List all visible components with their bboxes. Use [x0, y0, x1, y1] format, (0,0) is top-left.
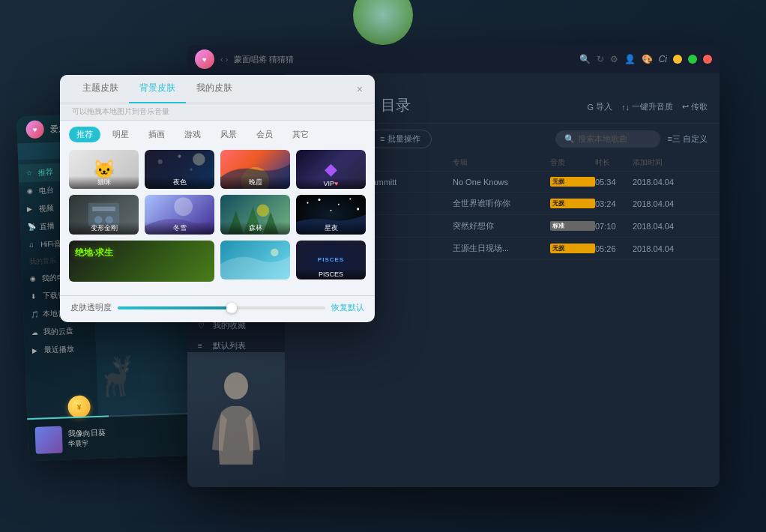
transfer-btn[interactable]: ↩ 传歌 — [682, 101, 708, 112]
skin-item-vip[interactable]: ◆ VIP♥ — [296, 150, 366, 189]
skin-night-label: 夜色 — [145, 176, 214, 189]
skin-tab-theme[interactable]: 主题皮肤 — [72, 75, 129, 103]
quality-badge: 无损 — [550, 244, 595, 253]
skin-item-starnight[interactable]: 星夜 — [296, 195, 366, 234]
front-title-icons: 🔍 ↻ ⚙ 👤 🎨 Ci — [579, 54, 712, 64]
tab-directory[interactable]: 目录 — [381, 95, 423, 118]
search-icon[interactable]: 🔍 — [579, 54, 591, 64]
batch-btn[interactable]: ≡ 批量操作 — [369, 130, 431, 148]
maximize-btn[interactable] — [688, 55, 697, 64]
skin-pisces-label: PISCES — [296, 269, 366, 279]
import-icon: G — [587, 103, 594, 112]
back-sidebar-cloud[interactable]: ☁我的云盘 — [24, 321, 96, 342]
user-icon[interactable]: 👤 — [624, 54, 636, 64]
skin-item-night[interactable]: 夜色 — [145, 150, 214, 189]
import-btn[interactable]: G 导入 — [587, 101, 612, 112]
svg-point-11 — [257, 205, 270, 217]
skin-winter-label: 冬雪 — [145, 222, 214, 235]
skin-item-cat[interactable]: 🐱 猫咪 — [69, 150, 139, 189]
svg-point-1 — [193, 153, 205, 166]
filter-vip[interactable]: 会员 — [249, 127, 280, 142]
skin-header: 主题皮肤 背景皮肤 我的皮肤 × — [60, 75, 375, 103]
skin-grid: 🐱 猫咪 夜色 晚霞 — [60, 145, 375, 295]
skin-tab-background[interactable]: 背景皮肤 — [129, 75, 186, 103]
artist-image — [187, 352, 285, 487]
skin-cat-label: 猫咪 — [69, 176, 139, 189]
skin-tab-mine[interactable]: 我的皮肤 — [186, 75, 243, 103]
back-player-thumb — [35, 426, 63, 453]
search-box[interactable]: 🔍 搜索本地歌曲 — [555, 130, 660, 148]
filter-recommend[interactable]: 推荐 — [69, 127, 100, 142]
svg-point-0 — [224, 372, 248, 399]
background-blob — [353, 0, 413, 45]
opacity-thumb[interactable] — [226, 303, 237, 313]
filter-other[interactable]: 其它 — [285, 127, 316, 142]
skin-item-forest[interactable]: 森林 — [220, 195, 290, 234]
svg-point-12 — [307, 202, 308, 204]
skin-nature-img — [220, 241, 290, 279]
back-sidebar-recent[interactable]: ▶最近播放 — [25, 339, 97, 360]
sidebar-artist-area — [187, 352, 285, 487]
minimize-btn[interactable] — [673, 55, 682, 64]
svg-point-13 — [318, 199, 320, 201]
back-player-info: 我像向日葵 华晨宇 — [68, 425, 193, 450]
filter-scenery[interactable]: 风景 — [213, 127, 244, 142]
svg-point-15 — [349, 199, 351, 200]
filter-star[interactable]: 明星 — [105, 127, 136, 142]
upgrade-quality-btn[interactable]: ↑↓ 一键升音质 — [621, 101, 673, 112]
skin-dusk-label: 晚霞 — [220, 176, 290, 189]
transfer-icon: ↩ — [682, 102, 689, 112]
refresh-icon[interactable]: ↻ — [597, 54, 604, 64]
svg-point-18 — [271, 248, 278, 256]
skin-item-mech[interactable]: 变形金刚 — [69, 195, 139, 234]
quality-badge: 标准 — [550, 221, 595, 231]
svg-point-3 — [178, 155, 181, 158]
skin-opacity-row: 皮肤透明度 恢复默认 — [60, 295, 375, 318]
settings-icon[interactable]: ⚙ — [610, 54, 618, 64]
opacity-slider[interactable] — [118, 306, 325, 309]
svg-point-10 — [174, 198, 193, 217]
filter-illustration[interactable]: 插画 — [141, 127, 172, 142]
back-arrow[interactable]: ‹ — [220, 55, 223, 64]
quality-badge: 无损 — [550, 177, 595, 187]
skin-filter-row: 推荐 明星 插画 游戏 风景 会员 其它 — [60, 121, 375, 145]
search-icon: 🔍 — [564, 134, 575, 144]
opacity-fill — [118, 306, 232, 309]
svg-point-16 — [357, 208, 359, 211]
front-nav-arrows: ‹ › — [220, 55, 228, 64]
svg-rect-7 — [92, 207, 115, 211]
skin-icon[interactable]: 🎨 — [642, 54, 653, 64]
front-titlebar: ♥ ‹ › 蒙面唱将 猜猜猜 🔍 ↻ ⚙ 👤 🎨 Ci — [187, 45, 720, 73]
front-avatar: ♥ — [195, 49, 214, 69]
svg-point-14 — [338, 204, 340, 205]
skin-vip-label: VIP♥ — [296, 178, 366, 189]
filter-game[interactable]: 游戏 — [177, 127, 208, 142]
deer-decoration: 🦌 — [92, 354, 140, 399]
skin-item-dusk[interactable]: 晚霞 — [220, 150, 290, 189]
svg-point-2 — [158, 160, 163, 164]
close-btn[interactable] — [703, 55, 712, 64]
upgrade-icon: ↑↓ — [621, 103, 630, 112]
back-avatar: ♥ — [25, 120, 44, 139]
skin-close-btn[interactable]: × — [357, 83, 363, 95]
skin-hint: 可以拖拽本地图片到音乐音量 — [60, 103, 375, 121]
custom-btn[interactable]: ≡三 自定义 — [668, 133, 708, 145]
svg-point-17 — [330, 210, 331, 211]
front-breadcrumb: 蒙面唱将 猜猜猜 — [234, 54, 573, 65]
skin-starnight-label: 星夜 — [296, 222, 366, 235]
quality-badge: 无损 — [550, 199, 595, 208]
skin-rebirth-img: 绝地·求生 — [69, 241, 214, 282]
ci-label: Ci — [659, 54, 667, 64]
skin-overlay: 主题皮肤 背景皮肤 我的皮肤 × 可以拖拽本地图片到音乐音量 推荐 明星 插画 … — [60, 75, 375, 322]
reset-btn[interactable]: 恢复默认 — [331, 302, 364, 313]
skin-item-pisces[interactable]: PISCES PISCES — [296, 241, 366, 279]
svg-point-4 — [190, 169, 192, 171]
skin-item-nature[interactable] — [220, 241, 290, 279]
skin-item-rebirth[interactable]: 绝地·求生 — [69, 241, 214, 295]
forward-arrow[interactable]: › — [226, 55, 229, 64]
opacity-label: 皮肤透明度 — [70, 302, 112, 313]
skin-forest-label: 森林 — [220, 222, 290, 235]
skin-mech-label: 变形金刚 — [69, 222, 139, 235]
header-actions: G 导入 ↑↓ 一键升音质 ↩ 传歌 — [587, 101, 708, 112]
skin-item-winter[interactable]: 冬雪 — [145, 195, 214, 234]
